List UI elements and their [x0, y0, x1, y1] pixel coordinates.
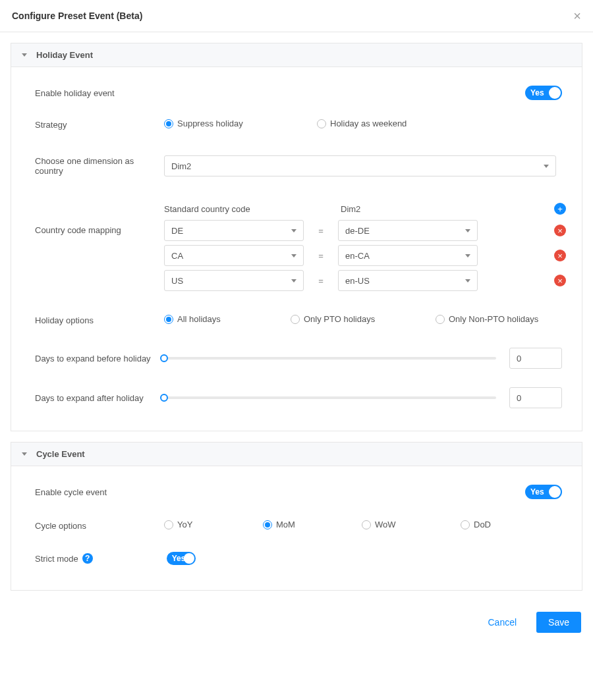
- cycle-opt-wow-label: WoW: [375, 520, 396, 529]
- cycle-opt-wow-radio[interactable]: WoW: [362, 520, 396, 529]
- toggle-state-text: Yes: [530, 88, 544, 97]
- chevron-down-icon: [291, 229, 296, 232]
- help-icon[interactable]: ?: [82, 553, 93, 564]
- mapping-code-select[interactable]: CA: [164, 245, 304, 266]
- holiday-opt-all-radio[interactable]: All holidays: [164, 314, 221, 324]
- mapping-col-value: Dim2: [341, 204, 480, 214]
- close-icon[interactable]: ×: [573, 9, 581, 22]
- holiday-event-section: Holiday Event Enable holiday event Yes S…: [11, 43, 582, 431]
- holiday-opt-nonpto-label: Only Non-PTO holidays: [449, 314, 538, 324]
- mapping-value-text: en-CA: [345, 251, 370, 261]
- days-before-label: Days to expand before holiday: [35, 354, 164, 363]
- strategy-label: Strategy: [35, 120, 164, 130]
- mapping-value-text: en-US: [345, 276, 370, 286]
- holiday-section-header[interactable]: Holiday Event: [11, 43, 582, 67]
- cycle-opt-mom-radio[interactable]: MoM: [263, 520, 295, 529]
- mapping-value-text: de-DE: [345, 226, 370, 236]
- cancel-button[interactable]: Cancel: [476, 612, 528, 633]
- toggle-state-text: Yes: [530, 487, 544, 497]
- holiday-section-title: Holiday Event: [36, 50, 93, 60]
- days-after-label: Days to expand after holiday: [35, 393, 164, 403]
- days-after-slider[interactable]: [164, 396, 496, 399]
- enable-holiday-toggle[interactable]: Yes: [525, 86, 562, 100]
- strategy-weekend-radio[interactable]: Holiday as weekend: [317, 119, 407, 128]
- mapping-col-code: Standard country code: [164, 204, 304, 214]
- dimension-value: Dim2: [171, 161, 191, 171]
- chevron-down-icon: [465, 229, 470, 232]
- modal-title: Configure Preset Event (Beta): [12, 11, 142, 21]
- equals-icon: =: [316, 276, 326, 286]
- chevron-down-icon: [465, 279, 470, 283]
- holiday-opt-pto-radio[interactable]: Only PTO holidays: [291, 314, 375, 324]
- dimension-select[interactable]: Dim2: [164, 155, 556, 176]
- chevron-down-icon: [544, 165, 549, 168]
- dimension-label: Choose one dimension as country: [35, 156, 164, 176]
- mapping-code-value: DE: [171, 226, 183, 236]
- strategy-suppress-label: Suppress holiday: [177, 119, 243, 128]
- holiday-opt-pto-label: Only PTO holidays: [304, 314, 375, 324]
- equals-icon: =: [316, 226, 326, 236]
- strategy-weekend-label: Holiday as weekend: [330, 119, 407, 128]
- chevron-down-icon: [22, 452, 27, 456]
- mapping-code-select[interactable]: US: [164, 270, 304, 291]
- cycle-event-section: Cycle Event Enable cycle event Yes Cycle…: [11, 442, 582, 591]
- days-after-input[interactable]: [509, 387, 562, 408]
- strict-mode-label: Strict mode: [35, 554, 78, 564]
- chevron-down-icon: [465, 254, 470, 257]
- enable-cycle-toggle[interactable]: Yes: [525, 485, 562, 499]
- mapping-code-value: US: [171, 276, 183, 286]
- delete-mapping-icon[interactable]: ×: [554, 225, 566, 236]
- chevron-down-icon: [291, 254, 296, 257]
- cycle-opt-mom-label: MoM: [276, 520, 295, 529]
- enable-cycle-label: Enable cycle event: [35, 487, 164, 497]
- strategy-suppress-radio[interactable]: Suppress holiday: [164, 119, 243, 128]
- mapping-code-value: CA: [171, 251, 183, 261]
- holiday-opt-nonpto-radio[interactable]: Only Non-PTO holidays: [436, 314, 538, 324]
- slider-thumb[interactable]: [160, 354, 168, 362]
- cycle-opt-yoy-radio[interactable]: YoY: [164, 520, 192, 529]
- holiday-opt-all-label: All holidays: [177, 314, 221, 324]
- holiday-options-label: Holiday options: [35, 315, 164, 325]
- strict-mode-toggle[interactable]: Yes: [167, 552, 196, 565]
- delete-mapping-icon[interactable]: ×: [554, 250, 566, 261]
- chevron-down-icon: [22, 53, 27, 57]
- delete-mapping-icon[interactable]: ×: [554, 275, 566, 286]
- equals-icon: =: [316, 251, 326, 261]
- slider-thumb[interactable]: [160, 394, 168, 402]
- mapping-value-select[interactable]: de-DE: [338, 220, 478, 241]
- days-before-slider[interactable]: [164, 357, 496, 360]
- mapping-value-select[interactable]: en-CA: [338, 245, 478, 266]
- days-before-input[interactable]: [509, 348, 562, 369]
- cycle-section-header[interactable]: Cycle Event: [11, 443, 582, 466]
- cycle-opt-dod-radio[interactable]: DoD: [461, 520, 491, 529]
- mapping-label: Country code mapping: [35, 198, 164, 235]
- enable-holiday-label: Enable holiday event: [35, 88, 164, 98]
- cycle-section-title: Cycle Event: [36, 449, 85, 459]
- save-button[interactable]: Save: [536, 612, 581, 633]
- mapping-code-select[interactable]: DE: [164, 220, 304, 241]
- cycle-opt-yoy-label: YoY: [177, 520, 192, 529]
- chevron-down-icon: [291, 279, 296, 283]
- cycle-options-label: Cycle options: [35, 521, 164, 531]
- add-mapping-icon[interactable]: +: [554, 203, 566, 215]
- cycle-opt-dod-label: DoD: [474, 520, 491, 529]
- mapping-value-select[interactable]: en-US: [338, 270, 478, 291]
